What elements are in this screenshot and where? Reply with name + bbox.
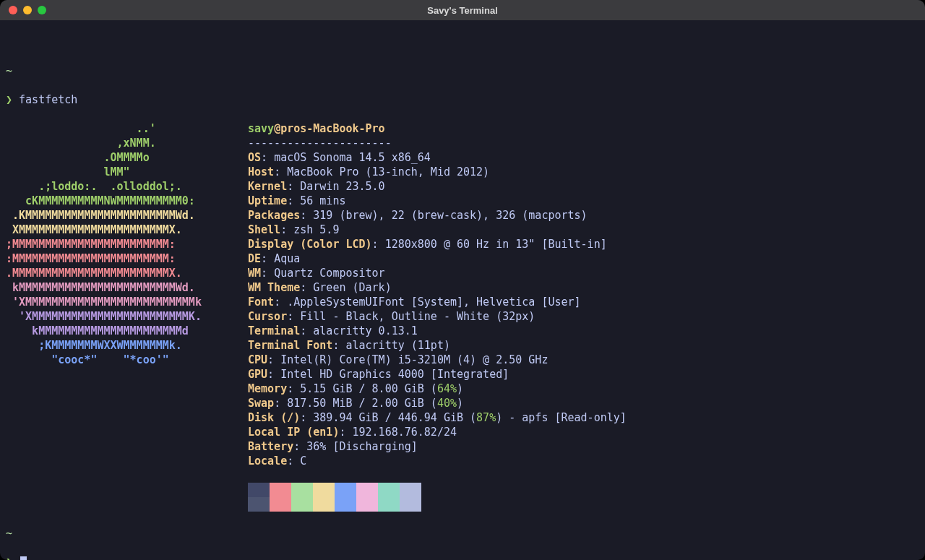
info-colon: : [287,382,300,395]
info-key: Font [248,296,274,309]
info-row: Swap: 817.50 MiB / 2.00 GiB (40%) [248,396,919,410]
palette-row [248,497,919,512]
terminal-window: Savy's Terminal ~ ❯ fastfetch ..' ,xNMM.… [0,0,925,560]
info-key: Uptime [248,194,287,207]
color-swatch [335,483,356,497]
ascii-logo-line: ..' [6,121,248,136]
info-percent: 64% [437,382,457,395]
tilde: ~ [6,527,12,540]
ascii-logo-line: :MMMMMMMMMMMMMMMMMMMMMMMM: [6,251,248,266]
tilde: ~ [6,64,12,77]
info-colon: : [274,165,287,178]
info-header: savy@pros-MacBook-Pro [248,121,919,136]
info-row: Terminal Font: alacritty (11pt) [248,338,919,353]
prompt-line-3: ~ [6,526,919,540]
prompt-symbol: ❯ [6,93,12,106]
cursor-block [20,556,27,560]
ascii-logo-line: XMMMMMMMMMMMMMMMMMMMMMMMX. [6,223,248,237]
info-key: WM Theme [248,281,300,294]
at-symbol: @ [274,122,280,135]
ascii-logo-line: kMMMMMMMMMMMMMMMMMMMMMMMMWd. [6,280,248,295]
info-row: Terminal: alacritty 0.13.1 [248,324,919,338]
info-value: Intel HD Graphics 4000 [Integrated] [280,368,509,381]
info-colon: : [261,267,274,280]
ascii-logo-line: ;KMMMMMMMWXXWMMMMMMMk. [6,338,248,353]
color-swatch [400,483,421,497]
info-value: 1280x800 @ 60 Hz in 13" [Built-in] [385,238,607,251]
info-value: Quartz Compositor [274,267,385,280]
info-key: Battery [248,440,293,453]
info-colon: : [261,151,274,164]
color-swatch [356,483,378,497]
palette-row [248,483,919,497]
info-row: Local IP (en1): 192.168.76.82/24 [248,425,919,439]
prompt-line-1: ~ [6,64,919,78]
info-colon: : [293,440,306,453]
info-value: C [300,455,306,468]
color-swatch [378,497,400,512]
terminal-body[interactable]: ~ ❯ fastfetch ..' ,xNMM. .OMMMMo lMM" .;… [0,20,925,560]
window-title: Savy's Terminal [0,5,925,16]
ascii-logo-line: lMM" [6,165,248,179]
color-swatch [400,497,421,512]
info-row: Uptime: 56 mins [248,194,919,208]
info-value: alacritty (11pt) [345,339,450,352]
info-value: MacBook Pro (13-inch, Mid 2012) [287,165,489,178]
info-value: Fill - Black, Outline - White (32px) [300,310,535,323]
info-key: Display (Color LCD) [248,238,372,251]
info-row: WM Theme: Green (Dark) [248,280,919,295]
color-swatch [313,483,335,497]
info-key: WM [248,267,261,280]
ascii-logo-line: .MMMMMMMMMMMMMMMMMMMMMMMMX. [6,266,248,280]
info-row: Memory: 5.15 GiB / 8.00 GiB (64%) [248,382,919,396]
info-key: Disk (/) [248,411,300,424]
info-value-post: ) - apfs [Read-only] [496,411,627,424]
close-button[interactable] [9,6,17,14]
info-colon: : [300,411,313,424]
info-row: Battery: 36% [Discharging] [248,439,919,454]
info-key: Cursor [248,310,287,323]
system-info: savy@pros-MacBook-Pro-------------------… [248,121,919,512]
info-key: Swap [248,397,274,410]
info-row: OS: macOS Sonoma 14.5 x86_64 [248,150,919,165]
color-swatch [313,497,335,512]
minimize-button[interactable] [23,6,32,14]
info-key: Host [248,165,274,178]
info-value-pre: 389.94 GiB / 446.94 GiB ( [313,411,476,424]
traffic-lights [9,6,46,14]
info-key: Terminal Font [248,339,332,352]
info-row: Packages: 319 (brew), 22 (brew-cask), 32… [248,208,919,223]
info-key: Locale [248,455,287,468]
info-colon: : [261,252,274,265]
info-key: Kernel [248,180,287,193]
info-key: DE [248,252,261,265]
titlebar[interactable]: Savy's Terminal [0,0,925,20]
info-key: OS [248,151,261,164]
command-text: fastfetch [19,93,77,106]
info-row: Kernel: Darwin 23.5.0 [248,179,919,194]
info-colon: : [267,353,280,366]
info-row: Host: MacBook Pro (13-inch, Mid 2012) [248,165,919,179]
info-colon: : [287,194,300,207]
info-row: Font: .AppleSystemUIFont [System], Helve… [248,295,919,309]
hostname: pros-MacBook-Pro [280,122,385,135]
info-key: Packages [248,209,300,222]
info-key: Local IP (en1) [248,426,339,439]
info-key: Terminal [248,324,300,337]
ascii-logo-line: ,xNMM. [6,136,248,150]
info-value: alacritty 0.13.1 [313,324,418,337]
info-colon: : [300,281,313,294]
ascii-logo-line: .OMMMMo [6,150,248,165]
color-swatch [248,497,270,512]
info-row: Locale: C [248,454,919,468]
info-row: DE: Aqua [248,251,919,266]
info-value: 192.168.76.82/24 [353,426,457,439]
color-swatch [291,497,313,512]
maximize-button[interactable] [38,6,46,14]
fastfetch-output: ..' ,xNMM. .OMMMMo lMM" .;loddo:. .ollod… [6,121,919,512]
info-value: Green (Dark) [313,281,391,294]
info-row: Cursor: Fill - Black, Outline - White (3… [248,309,919,324]
info-row: Shell: zsh 5.9 [248,223,919,237]
info-value: 36% [Discharging] [306,440,418,453]
info-value-post: ) [457,397,463,410]
